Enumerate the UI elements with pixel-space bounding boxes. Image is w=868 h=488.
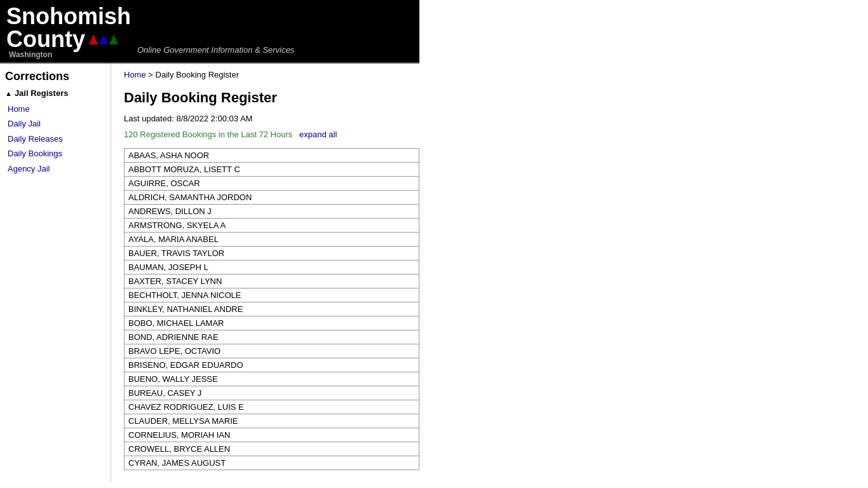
page-wrapper: Corrections ▲ Jail Registers Home Daily … — [0, 64, 868, 483]
booking-name-cell: BAUMAN, JOSEPH L — [125, 261, 419, 274]
booking-name-cell: BAUER, TRAVIS TAYLOR — [125, 247, 419, 261]
sidebar-item-daily-jail[interactable]: Daily Jail — [8, 116, 105, 131]
sidebar-section-header: ▲ Jail Registers — [5, 88, 105, 98]
booking-name-cell: ABAAS, ASHA NOOR — [125, 149, 419, 163]
sidebar-item-daily-bookings[interactable]: Daily Bookings — [8, 146, 105, 161]
last-updated-text: Last updated: 8/8/2022 2:00:03 AM — [124, 114, 855, 123]
breadcrumb-current: Daily Booking Register — [156, 70, 240, 79]
sidebar-link-daily-bookings[interactable]: Daily Bookings — [8, 149, 62, 158]
table-row[interactable]: BUENO, WALLY JESSE — [125, 372, 419, 386]
sidebar: Corrections ▲ Jail Registers Home Daily … — [0, 64, 111, 483]
bookings-tbody: ABAAS, ASHA NOORABBOTT MORUZA, LISETT CA… — [125, 149, 419, 470]
breadcrumb-separator: > — [148, 70, 155, 79]
county-name-line2: County — [6, 28, 131, 51]
sidebar-nav-list: Home Daily Jail Daily Releases Daily Boo… — [5, 102, 105, 176]
table-row[interactable]: BRAVO LEPE, OCTAVIO — [125, 344, 419, 358]
table-row[interactable]: BECHTHOLT, JENNA NICOLE — [125, 288, 419, 302]
booking-name-cell: BUREAU, CASEY J — [125, 386, 419, 400]
bookings-count-text: 120 Registered Bookings in the Last 72 H… — [124, 130, 292, 139]
sidebar-link-daily-releases[interactable]: Daily Releases — [8, 134, 63, 144]
booking-name-cell: ANDREWS, DILLON J — [125, 205, 419, 219]
booking-name-cell: BUENO, WALLY JESSE — [125, 372, 419, 386]
booking-name-cell: ARMSTRONG, SKYELA A — [125, 219, 419, 233]
booking-name-cell: CYRAN, JAMES AUGUST — [125, 456, 419, 470]
table-row[interactable]: CORNELIUS, MORIAH IAN — [125, 428, 419, 442]
booking-name-cell: BAXTER, STACEY LYNN — [125, 274, 419, 288]
booking-name-cell: BECHTHOLT, JENNA NICOLE — [125, 288, 419, 302]
booking-name-cell: BOBO, MICHAEL LAMAR — [125, 316, 419, 330]
table-row[interactable]: ABBOTT MORUZA, LISETT C — [125, 163, 419, 177]
booking-name-cell: ABBOTT MORUZA, LISETT C — [125, 163, 419, 177]
breadcrumb-home-link[interactable]: Home — [124, 70, 146, 79]
booking-name-cell: CORNELIUS, MORIAH IAN — [125, 428, 419, 442]
table-row[interactable]: ARMSTRONG, SKYELA A — [125, 219, 419, 233]
booking-name-cell: AYALA, MARIA ANABEL — [125, 233, 419, 247]
table-row[interactable]: AYALA, MARIA ANABEL — [125, 233, 419, 247]
county-name-line1: Snohomish — [6, 3, 131, 29]
booking-name-cell: BRAVO LEPE, OCTAVIO — [125, 344, 419, 358]
booking-name-cell: ALDRICH, SAMANTHA JORDON — [125, 191, 419, 205]
county-name: Snohomish County Washington — [6, 5, 131, 58]
sidebar-item-agency-jail[interactable]: Agency Jail — [8, 161, 105, 176]
main-content: Home > Daily Booking Register Daily Book… — [111, 64, 868, 483]
page-title: Daily Booking Register — [124, 90, 855, 106]
sidebar-title: Corrections — [5, 70, 105, 83]
booking-name-cell: AGUIRRE, OSCAR — [125, 177, 419, 191]
tree-green-icon — [109, 34, 118, 44]
expand-all-link[interactable]: expand all — [299, 130, 337, 139]
sidebar-item-home[interactable]: Home — [8, 102, 105, 116]
booking-name-cell: BINKLEY, NATHANIEL ANDRE — [125, 302, 419, 316]
table-row[interactable]: ALDRICH, SAMANTHA JORDON — [125, 191, 419, 205]
tree-blue-icon — [99, 34, 108, 44]
table-row[interactable]: ANDREWS, DILLON J — [125, 205, 419, 219]
table-row[interactable]: BUREAU, CASEY J — [125, 386, 419, 400]
table-row[interactable]: BAUMAN, JOSEPH L — [125, 261, 419, 274]
breadcrumb: Home > Daily Booking Register — [124, 70, 855, 79]
sidebar-link-agency-jail[interactable]: Agency Jail — [8, 164, 50, 173]
table-row[interactable]: ABAAS, ASHA NOOR — [125, 149, 419, 163]
tree-red-icon — [89, 34, 98, 44]
table-row[interactable]: CLAUDER, MELLYSA MARIE — [125, 414, 419, 428]
site-header: Snohomish County Washington Online Gover… — [0, 0, 419, 62]
table-row[interactable]: BINKLEY, NATHANIEL ANDRE — [125, 302, 419, 316]
table-row[interactable]: CROWELL, BRYCE ALLEN — [125, 442, 419, 456]
table-row[interactable]: AGUIRRE, OSCAR — [125, 177, 419, 191]
booking-name-cell: BOND, ADRIENNE RAE — [125, 330, 419, 344]
bookings-table: ABAAS, ASHA NOORABBOTT MORUZA, LISETT CA… — [124, 148, 419, 470]
site-tagline: Online Government Information & Services — [137, 45, 294, 55]
table-row[interactable]: CYRAN, JAMES AUGUST — [125, 456, 419, 470]
up-arrow-icon: ▲ — [5, 90, 12, 97]
table-row[interactable]: BOBO, MICHAEL LAMAR — [125, 316, 419, 330]
table-row[interactable]: BAUER, TRAVIS TAYLOR — [125, 247, 419, 261]
tree-icons — [89, 34, 118, 44]
table-row[interactable]: BAXTER, STACEY LYNN — [125, 274, 419, 288]
table-row[interactable]: BRISENO, EDGAR EDUARDO — [125, 358, 419, 372]
table-row[interactable]: BOND, ADRIENNE RAE — [125, 330, 419, 344]
booking-name-cell: CROWELL, BRYCE ALLEN — [125, 442, 419, 456]
booking-name-cell: CHAVEZ RODRIGUEZ, LUIS E — [125, 400, 419, 414]
sidebar-link-daily-jail[interactable]: Daily Jail — [8, 119, 41, 128]
sidebar-link-home[interactable]: Home — [8, 104, 30, 114]
booking-name-cell: CLAUDER, MELLYSA MARIE — [125, 414, 419, 428]
bookings-summary: 120 Registered Bookings in the Last 72 H… — [124, 130, 855, 139]
booking-name-cell: BRISENO, EDGAR EDUARDO — [125, 358, 419, 372]
table-row[interactable]: CHAVEZ RODRIGUEZ, LUIS E — [125, 400, 419, 414]
sidebar-item-daily-releases[interactable]: Daily Releases — [8, 132, 105, 146]
